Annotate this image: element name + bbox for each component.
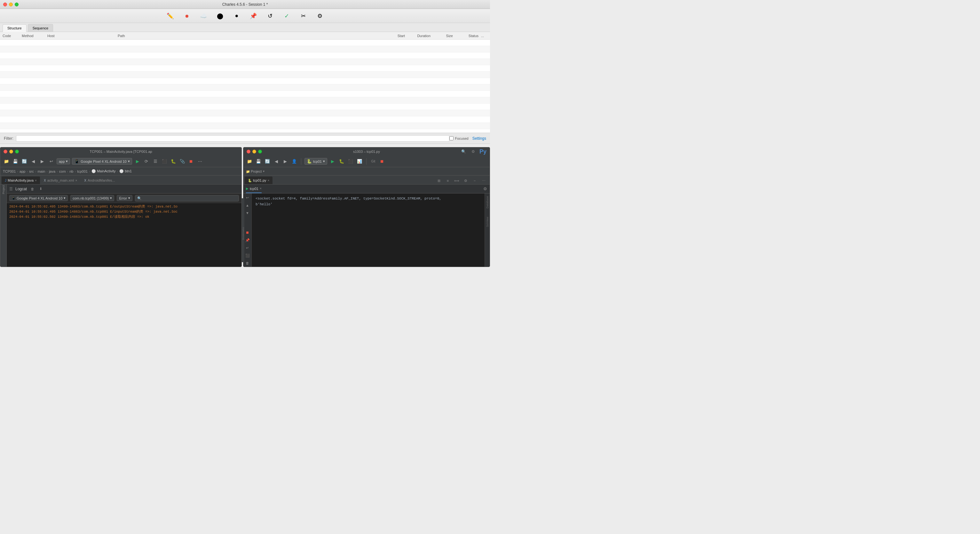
py-pin-icon[interactable]: 📌 xyxy=(245,237,250,243)
table-row[interactable] xyxy=(0,116,490,123)
table-row[interactable] xyxy=(0,123,490,129)
py-back-icon[interactable]: ◀ xyxy=(273,158,280,165)
logcat-content[interactable]: 2024-04-01 10:55:02.495 13499-14863/com.… xyxy=(7,203,242,267)
dot-icon[interactable]: ● xyxy=(232,11,241,21)
py-user-icon[interactable]: 👤 xyxy=(291,158,298,165)
py-settings2-icon[interactable]: ⚙ xyxy=(470,148,477,155)
breadcrumb-app[interactable]: app xyxy=(19,170,25,173)
run-settings-icon[interactable]: ⚙ xyxy=(483,186,487,191)
table-row[interactable] xyxy=(0,40,490,46)
as-rerun-icon[interactable]: ⟳ xyxy=(143,158,150,165)
py-forward-icon[interactable]: ▶ xyxy=(282,158,289,165)
breadcrumb-btn1[interactable]: ⚪ btn1 xyxy=(119,169,132,173)
filter-input[interactable] xyxy=(16,135,449,141)
py-scroll-up-icon[interactable]: ▲ xyxy=(245,202,250,208)
pycharm-output-content[interactable]: <socket.socket fd=4, family=AddressFamil… xyxy=(252,194,485,267)
breadcrumb-java[interactable]: java xyxy=(49,170,55,173)
run-tab-tcp01[interactable]: ▶ tcp01 × xyxy=(246,184,262,193)
as-tab-mainactivity[interactable]: J MainActivity.java × xyxy=(2,176,40,184)
py-structure-icon[interactable]: ⊞ xyxy=(435,177,442,184)
py-coverage-icon[interactable]: ⬛ xyxy=(347,158,354,165)
circle-icon[interactable]: ⬤ xyxy=(216,11,224,21)
maximize-button[interactable] xyxy=(15,3,19,6)
logcat-search-input[interactable] xyxy=(135,195,239,202)
as-tab-activity-xml[interactable]: X activity_main.xml × xyxy=(41,176,80,184)
breadcrumb-com[interactable]: com xyxy=(59,170,66,173)
py-save-icon[interactable]: 💾 xyxy=(255,158,262,165)
logcat-trash-icon[interactable]: 🗑 xyxy=(29,186,35,192)
as-more-icon[interactable]: ⋯ xyxy=(197,158,204,165)
device-selector[interactable]: 📱 Google Pixel 4 XL Android 10 ▾ xyxy=(9,195,68,201)
sciview-label[interactable]: SciView xyxy=(486,217,489,227)
table-row[interactable] xyxy=(0,59,490,65)
py-git-icon[interactable]: Git xyxy=(370,158,377,165)
as-folder-icon[interactable]: 📁 xyxy=(3,158,10,165)
scissors-icon[interactable]: ✂ xyxy=(299,11,308,21)
table-row[interactable] xyxy=(0,103,490,110)
breadcrumb-main-activity[interactable]: ⚪ MainActivity xyxy=(91,169,116,173)
py-align-icon[interactable]: ⟺ xyxy=(453,177,460,184)
level-selector[interactable]: Error ▾ xyxy=(117,195,132,201)
py-minus-icon[interactable]: − xyxy=(471,177,478,184)
pin-icon[interactable]: 📌 xyxy=(249,11,258,21)
as-close-button[interactable] xyxy=(3,149,7,154)
as-coverage-icon[interactable]: ⬛ xyxy=(161,158,168,165)
breadcrumb-nb[interactable]: nb xyxy=(69,170,73,173)
py-rerun-icon[interactable]: ↩ xyxy=(245,195,250,200)
table-row[interactable] xyxy=(0,52,490,59)
as-run-icon[interactable]: ▶ xyxy=(134,158,141,165)
checkmark-icon[interactable]: ✓ xyxy=(282,11,291,21)
py-maximize-button[interactable] xyxy=(258,149,262,154)
py-sync-icon[interactable]: 🔄 xyxy=(264,158,271,165)
py-search-icon[interactable]: 🔍 xyxy=(460,148,467,155)
py-more-icon[interactable]: ⋯ xyxy=(480,177,487,184)
tab-structure[interactable]: Structure xyxy=(3,24,27,32)
run-tab-close-icon[interactable]: × xyxy=(260,187,262,190)
as-minimize-button[interactable] xyxy=(9,149,13,154)
tab-sequence[interactable]: Sequence xyxy=(28,24,53,32)
py-wrap-icon[interactable]: ↵ xyxy=(245,245,250,251)
table-row[interactable] xyxy=(0,110,490,116)
close-tab-mainactivity[interactable]: × xyxy=(35,179,37,182)
table-row[interactable] xyxy=(0,97,490,103)
table-row[interactable] xyxy=(0,72,490,78)
table-row[interactable] xyxy=(0,78,490,84)
as-tab-manifest[interactable]: X AndroidManifes... xyxy=(81,176,118,184)
py-debug-icon[interactable]: 🐛 xyxy=(338,158,345,165)
as-revert-icon[interactable]: ↩ xyxy=(48,158,55,165)
breadcrumb-tcp001-pkg[interactable]: tcp001 xyxy=(77,170,88,173)
py-close-button[interactable] xyxy=(247,149,250,154)
as-sync-icon[interactable]: 🔄 xyxy=(21,158,28,165)
settings-button[interactable]: Settings xyxy=(473,136,486,141)
settings-icon[interactable]: ⚙ xyxy=(315,11,325,21)
as-forward-icon[interactable]: ▶ xyxy=(39,158,46,165)
as-stop-icon[interactable]: ⏹ xyxy=(188,158,195,165)
breadcrumb-main[interactable]: main xyxy=(37,170,45,173)
py-scroll-down-icon[interactable]: ▼ xyxy=(245,210,250,216)
refresh-icon[interactable]: ↺ xyxy=(266,11,274,21)
pen-icon[interactable]: ✏️ xyxy=(165,11,175,21)
record-icon[interactable]: ⏺ xyxy=(182,11,191,21)
as-menu-icon[interactable]: ☰ xyxy=(152,158,159,165)
py-breadcrumb-project[interactable]: 📁 Project xyxy=(246,170,262,173)
table-row[interactable] xyxy=(0,65,490,72)
breadcrumb-src[interactable]: src xyxy=(29,170,34,173)
bookmarks-tab[interactable]: Bookmarks xyxy=(242,218,244,250)
as-debug-icon[interactable]: 🐛 xyxy=(170,158,177,165)
py-profile-icon[interactable]: 📊 xyxy=(356,158,363,165)
focused-checkbox-container[interactable]: Focused xyxy=(449,136,468,140)
table-row[interactable] xyxy=(0,91,490,97)
py-run-config-dropdown[interactable]: 🐍 tcp01 ▾ xyxy=(304,158,327,165)
py-stop-icon[interactable]: ⏹ xyxy=(379,158,386,165)
breadcrumb-tcp001[interactable]: TCP001 xyxy=(3,170,16,173)
as-back-icon[interactable]: ◀ xyxy=(30,158,37,165)
project-icon[interactable]: Project xyxy=(2,187,5,192)
focused-checkbox[interactable] xyxy=(449,136,453,140)
database-label[interactable]: Database xyxy=(486,196,489,208)
table-row[interactable] xyxy=(0,46,490,52)
cloud-icon[interactable]: ☁️ xyxy=(199,11,208,21)
package-selector[interactable]: com.nb.tcp001 (13499) ▾ xyxy=(70,195,114,201)
close-button[interactable] xyxy=(3,3,7,6)
py-filter-icon[interactable]: ⬛ xyxy=(245,253,250,258)
py-list-icon[interactable]: ≡ xyxy=(444,177,451,184)
